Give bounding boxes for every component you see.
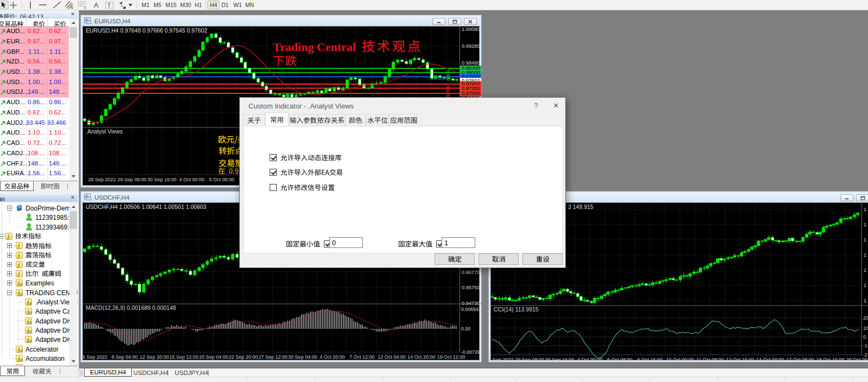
navigator-item-趋势指标[interactable]: f xyxy=(0,241,69,250)
cancel-button[interactable] xyxy=(478,253,519,265)
timeframe-m5[interactable]: M5 xyxy=(151,1,164,9)
reset-button[interactable] xyxy=(522,253,563,265)
scroll-up-icon[interactable] xyxy=(69,18,77,27)
navigator-item-trading-central[interactable]: fTRADING CENTRAL xyxy=(0,288,69,297)
navigator-item-112393469-[interactable]: 112393469: xyxy=(0,222,69,232)
chart-tab-eurusd[interactable]: EURUSD,H4 xyxy=(84,368,132,377)
tree-plus-icon[interactable] xyxy=(7,243,12,248)
market-watch-row[interactable]: CHFJ... 148.... 149.... xyxy=(0,159,69,169)
navigator-item-震荡指标[interactable]: f xyxy=(0,251,69,260)
fixed-maximum-input[interactable] xyxy=(442,237,475,248)
timeframe-mn[interactable]: MN xyxy=(243,1,256,9)
dialog-tab-colors[interactable] xyxy=(345,114,366,126)
scrollbar-thumb[interactable] xyxy=(69,211,77,229)
dialog-close-icon[interactable]: ✕ xyxy=(552,101,560,110)
market-watch-row[interactable]: USD... 1.38... 1.38... xyxy=(0,67,69,78)
market-watch-row[interactable]: GBP... 1.11... 1.11... xyxy=(0,47,69,58)
crosshair-tool-icon[interactable] xyxy=(8,1,18,9)
tab-tick-chart[interactable] xyxy=(36,181,64,191)
tree-plus-icon[interactable] xyxy=(7,253,12,258)
timeframe-m15[interactable]: M15 xyxy=(163,1,178,9)
market-watch-close-icon[interactable]: ✕ xyxy=(70,11,75,17)
navigator-item-dooprime-demo[interactable]: DooPrime-Demo xyxy=(0,203,69,213)
timeframe-h1[interactable]: H1 xyxy=(193,1,204,9)
dialog-tab-about[interactable] xyxy=(243,114,265,126)
vertical-line-tool-icon[interactable] xyxy=(25,1,36,9)
horizontal-line-tool-icon[interactable] xyxy=(37,1,48,9)
market-watch-row[interactable]: AUDJ... 93.445 93.466 xyxy=(0,118,69,129)
navigator-close-icon[interactable]: ✕ xyxy=(70,195,75,201)
navigator-item-成交量[interactable]: f xyxy=(0,260,69,269)
market-watch-row[interactable]: EUR... 0.97... 0.97... xyxy=(0,37,69,47)
chart-tab-usdjpy[interactable]: USDJPY,H4 xyxy=(169,368,214,377)
market-watch-row[interactable]: AUD... 1.10... 1.10... xyxy=(0,128,69,138)
scroll-up-icon[interactable] xyxy=(69,202,77,211)
market-watch-header[interactable]: ✕ xyxy=(0,11,78,18)
market-watch-row[interactable]: USD... 1.00... 1.00... xyxy=(0,78,69,88)
navigator-item-accumulation[interactable]: fAccumulation xyxy=(0,354,69,363)
dialog-tab-dependencies[interactable] xyxy=(317,114,344,126)
checkbox-allow-external-experts[interactable] xyxy=(270,169,277,176)
timeframe-d1[interactable]: D1 xyxy=(219,1,231,9)
timeframe-m1[interactable]: M1 xyxy=(139,1,152,9)
navigator-header[interactable]: ✕ xyxy=(0,194,78,202)
navigator-item-adaptive-div[interactable]: fAdaptive Div xyxy=(0,326,69,335)
navigator-scrollbar[interactable] xyxy=(69,202,77,366)
market-watch-row[interactable]: USDJ... 149.... 149.... xyxy=(0,87,69,98)
window-eurusd-titlebar[interactable]: EURUSD,H4 xyxy=(82,16,480,26)
checkbox-allow-dll-imports[interactable] xyxy=(270,154,277,161)
dialog-tab-visualization[interactable] xyxy=(389,114,418,126)
trendline-tool-icon[interactable] xyxy=(52,1,62,9)
market-watch-row[interactable]: AUD... 0.86... 0.86... xyxy=(0,98,69,108)
navigator-item-adaptive-can[interactable]: fAdaptive Can xyxy=(0,307,69,316)
fibonacci-tool-icon[interactable]: F xyxy=(77,1,88,9)
window-minimize-button[interactable] xyxy=(840,194,853,201)
window-restore-button[interactable] xyxy=(448,18,461,25)
market-watch-row[interactable]: NZD... 0.56... 0.56... xyxy=(0,57,69,67)
window-restore-button[interactable] xyxy=(856,194,868,201)
dialog-tab-levels[interactable] xyxy=(366,114,389,126)
tree-minus-icon[interactable] xyxy=(7,290,12,295)
tab-favorites[interactable] xyxy=(27,366,56,376)
window-minimize-button[interactable] xyxy=(432,18,445,25)
arrows-dropdown-icon[interactable] xyxy=(127,1,133,9)
fixed-minimum-input[interactable] xyxy=(329,237,363,248)
tree-minus-icon[interactable] xyxy=(7,206,12,211)
dialog-tab-inputs[interactable] xyxy=(289,114,317,126)
equidistant-channel-tool-icon[interactable]: E xyxy=(64,1,75,9)
navigator-item--analyst-views[interactable]: f.Analyst Views xyxy=(0,297,69,307)
market-watch-column-header[interactable] xyxy=(0,18,69,27)
tree-plus-icon[interactable] xyxy=(7,271,12,276)
navigator-item-adaptive-div[interactable]: fAdaptive Div xyxy=(0,335,69,344)
market-watch-row[interactable]: AUD... 0.62... 0.62... xyxy=(0,108,69,118)
scroll-down-icon[interactable] xyxy=(69,172,77,181)
market-watch-scrollbar[interactable] xyxy=(69,18,77,181)
arrows-tool-icon[interactable] xyxy=(117,1,128,9)
ok-button[interactable] xyxy=(435,253,475,265)
tab-common[interactable] xyxy=(0,366,25,376)
tree-plus-icon[interactable] xyxy=(7,281,12,285)
navigator-item-技术指标[interactable]: f xyxy=(0,232,69,241)
navigator-item-比尔-威廉姆[interactable]: f xyxy=(0,269,69,278)
tree-plus-icon[interactable] xyxy=(7,262,12,267)
checkbox-allow-signals-modification[interactable] xyxy=(270,184,277,191)
market-watch-row[interactable]: EURA... 1.56... 1.56... xyxy=(0,169,69,179)
text-label-tool-icon[interactable]: T xyxy=(104,1,114,9)
timeframe-m30[interactable]: M30 xyxy=(178,1,193,9)
dialog-tab-common[interactable] xyxy=(265,112,289,126)
timeframe-w1[interactable]: W1 xyxy=(231,1,244,9)
navigator-item-examples[interactable]: fExamples xyxy=(0,278,69,288)
timeframe-h4[interactable]: H4 xyxy=(207,1,220,9)
market-watch-row[interactable]: CAD... 0.72... 0.72... xyxy=(0,138,69,149)
market-watch-row[interactable]: AUD... 0.62... 0.62... xyxy=(0,27,69,37)
navigator-item-accelerator[interactable]: fAccelerator xyxy=(0,345,69,354)
scrollbar-thumb[interactable] xyxy=(69,27,77,38)
scroll-down-icon[interactable] xyxy=(69,357,77,366)
dialog-help-icon[interactable]: ? xyxy=(532,101,540,110)
window-close-button[interactable] xyxy=(464,18,477,25)
text-tool-icon[interactable]: A xyxy=(91,1,102,9)
navigator-item-adaptive-div[interactable]: fAdaptive Div xyxy=(0,316,69,326)
tree-minus-icon[interactable] xyxy=(0,234,3,239)
chart-tab-usdchf[interactable]: USDCHF,H4 xyxy=(128,368,174,377)
tab-symbols[interactable] xyxy=(0,181,34,191)
